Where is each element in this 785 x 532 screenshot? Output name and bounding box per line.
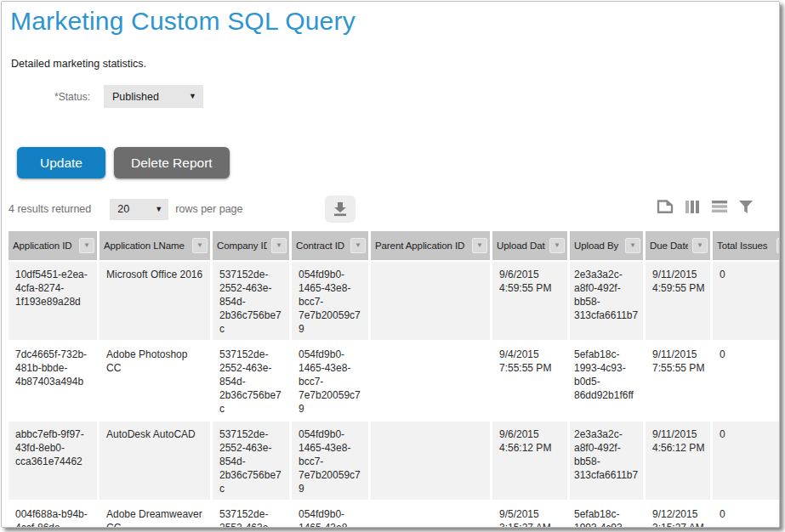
table-cell: 9/6/2015 4:59:55 PM: [492, 262, 567, 340]
page-title: Marketing Custom SQL Query: [10, 7, 779, 36]
table-cell: 7dc4665f-732b-481b-bbde-4b87403a494b: [9, 342, 97, 420]
table-cell: 0: [713, 422, 779, 500]
table-cell: 2e3a3a2c-a8f0-492f-bb58-313cfa6611b7: [570, 262, 643, 340]
table-cell: [371, 501, 490, 528]
columns-icon: [685, 200, 701, 214]
table-cell: Microsoft Office 2016: [100, 262, 210, 340]
chevron-down-icon: ▼: [629, 242, 636, 249]
page-subtitle: Detailed marketing statistics.: [11, 58, 779, 70]
column-header-label: Total Issues: [717, 241, 772, 251]
column-header: Application LName▼: [100, 231, 210, 260]
chevron-down-icon: ▼: [189, 93, 196, 100]
report-window: Marketing Custom SQL Query Detailed mark…: [1, 1, 780, 528]
column-header: Upload Date▼: [492, 231, 567, 260]
table-cell: 10df5451-e2ea-4cfa-8274-1f193e89a28d: [9, 262, 97, 340]
column-filter-button[interactable]: ▼: [271, 238, 287, 253]
column-header: Total Issues▼: [713, 231, 779, 260]
table-cell: abbc7efb-9f97-43fd-8eb0-cca361e74462: [9, 422, 97, 500]
column-filter-button[interactable]: ▼: [625, 238, 640, 253]
table-cell: 054fd9b0-1465-43e8-bcc7-7e7b20059c79: [292, 342, 368, 420]
table-cell: 5efab18c-1993-4c93-b0d5-86dd92b1f6ff: [570, 501, 643, 528]
column-header: Parent Application ID▼: [371, 231, 490, 260]
table-cell: 0: [713, 501, 779, 528]
rows-per-page-value: 20: [117, 203, 129, 215]
table-cell: 537152de-2552-463e-854d-2b36c756be7c: [213, 262, 289, 340]
table-cell: 054fd9b0-1465-43e8-bcc7-7e7b20059c79: [292, 262, 368, 340]
download-button[interactable]: [325, 195, 356, 223]
table-row: 10df5451-e2ea-4cfa-8274-1f193e89a28dMicr…: [9, 262, 779, 340]
filter-view-button[interactable]: [738, 200, 754, 214]
chevron-down-icon: ▼: [83, 242, 90, 249]
download-icon: [332, 201, 349, 217]
column-header-label: Upload By: [574, 241, 621, 251]
column-header: Due Date▼: [646, 231, 710, 260]
column-filter-button[interactable]: ▼: [692, 238, 708, 253]
chevron-down-icon: ▼: [355, 242, 361, 249]
view-options: [656, 199, 754, 214]
chevron-down-icon: ▼: [476, 242, 483, 249]
table-cell: 054fd9b0-1465-43e8-bcc7-7e7b20059c79: [292, 501, 368, 528]
table-cell: 9/12/2015 3:15:27 AM: [646, 501, 710, 528]
column-filter-button[interactable]: ▼: [192, 238, 208, 253]
chevron-down-icon: ▼: [697, 242, 703, 249]
column-filter-button[interactable]: ▼: [350, 238, 366, 253]
chevron-down-icon: ▼: [155, 206, 162, 213]
chevron-down-icon: ▼: [196, 242, 203, 249]
columns-view-button[interactable]: [685, 200, 701, 214]
status-dropdown-value: Published: [112, 91, 159, 103]
results-grid: Application ID▼Application LName▼Company…: [6, 229, 779, 528]
rows-per-page-label: rows per page: [175, 203, 242, 215]
table-cell: [371, 422, 490, 500]
table-cell: 9/4/2015 7:55:55 PM: [492, 342, 567, 420]
column-header-label: Upload Date: [497, 241, 545, 251]
table-cell: 537152de-2552-463e-854d-2b36c756be7c: [213, 342, 289, 420]
results-count-text: 4 results returned: [9, 203, 91, 215]
table-cell: 9/6/2015 4:56:12 PM: [492, 422, 567, 500]
table-header-row: Application ID▼Application LName▼Company…: [9, 231, 779, 260]
table-row: 7dc4665f-732b-481b-bbde-4b87403a494bAdob…: [9, 342, 779, 420]
status-label: *Status:: [2, 91, 90, 103]
results-toolbar: 4 results returned 20 ▼ rows per page: [9, 195, 772, 223]
table-row: abbc7efb-9f97-43fd-8eb0-cca361e74462Auto…: [9, 422, 779, 500]
table-body: 10df5451-e2ea-4cfa-8274-1f193e89a28dMicr…: [9, 262, 779, 528]
page-view-button[interactable]: [656, 199, 674, 214]
column-header-label: Due Date: [650, 241, 688, 251]
status-row: *Status: Published ▼: [2, 85, 779, 108]
column-filter-button[interactable]: ▼: [79, 238, 94, 253]
table-cell: 537152de-2552-463e-854d-2b36c756be7c: [213, 422, 289, 500]
table-cell: Adobe Photoshop CC: [100, 342, 210, 420]
rows-view-button[interactable]: [711, 200, 728, 213]
button-row: Update Delete Report: [17, 147, 779, 178]
rows-icon: [711, 200, 728, 213]
delete-report-button[interactable]: Delete Report: [114, 147, 230, 178]
table-cell: 2e3a3a2c-a8f0-492f-bb58-313cfa6611b7: [570, 422, 643, 500]
table-cell: 004f688a-b94b-4ccf-86de-e4b9cbbb9cde: [9, 501, 97, 528]
table-cell: 0: [713, 262, 779, 340]
table-cell: 054fd9b0-1465-43e8-bcc7-7e7b20059c79: [292, 422, 368, 500]
column-header: Upload By▼: [570, 231, 643, 260]
chevron-down-icon: ▼: [276, 242, 282, 249]
table-cell: AutoDesk AutoCAD: [100, 422, 210, 500]
table-cell: Adobe Dreamweaver CC: [100, 501, 210, 528]
rows-per-page-dropdown[interactable]: 20 ▼: [110, 199, 168, 220]
table-cell: 9/5/2015 3:15:27 AM: [492, 501, 567, 528]
chevron-down-icon: ▼: [554, 242, 560, 249]
filter-icon: [738, 200, 754, 214]
column-header-label: Company ID: [217, 241, 267, 251]
column-header-label: Application ID: [13, 241, 75, 251]
update-button[interactable]: Update: [17, 147, 105, 178]
table-cell: [371, 342, 490, 420]
table-cell: 9/11/2015 4:56:12 PM: [646, 422, 710, 500]
status-dropdown[interactable]: Published ▼: [104, 85, 203, 108]
table-row: 004f688a-b94b-4ccf-86de-e4b9cbbb9cdeAdob…: [9, 501, 779, 528]
column-header-label: Parent Application ID: [375, 241, 468, 251]
table-cell: [371, 262, 490, 340]
table-cell: 0: [713, 342, 779, 420]
column-header-label: Application LName: [104, 241, 188, 251]
column-filter-button[interactable]: ▼: [472, 238, 487, 253]
column-filter-button[interactable]: ▼: [776, 238, 779, 253]
column-header-label: Contract ID: [296, 241, 346, 251]
column-filter-button[interactable]: ▼: [549, 238, 565, 253]
table-cell: 537152de-2552-463e-854d-2b36c756be7c: [213, 501, 289, 528]
column-header: Company ID▼: [213, 231, 289, 260]
